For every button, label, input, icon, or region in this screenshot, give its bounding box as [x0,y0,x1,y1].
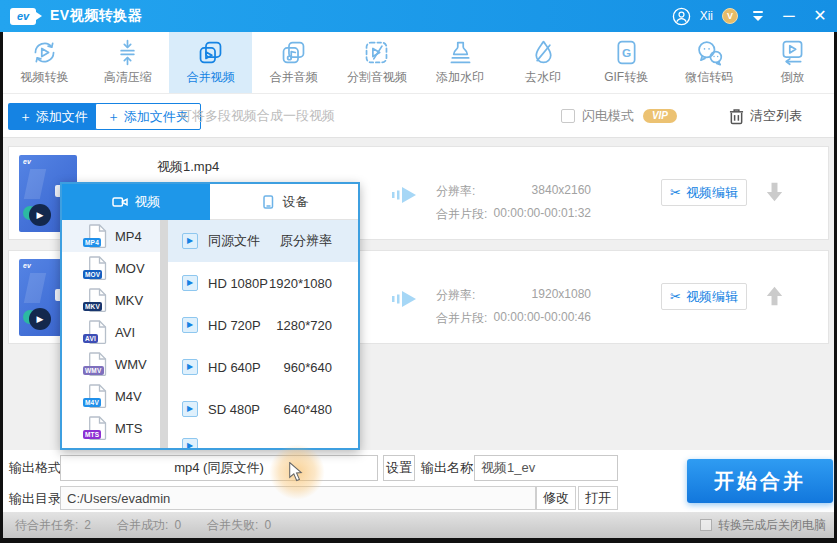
gif-file-icon: G [612,38,641,67]
format-item-mov[interactable]: MOV MOV [62,252,160,284]
file-type-icon: MKV [88,288,107,312]
add-file-button[interactable]: ＋ 添加文件 [8,103,99,130]
title-bar: ev EV视频转换器 Xii V ─ ✕ [0,0,837,32]
main-toolbar: 视频转换 高清压缩 合并视频 合并音频 [3,32,834,94]
tab-add-watermark[interactable]: 添加水印 [418,32,501,93]
resolution-item-640p[interactable]: ▶ HD 640P 960*640 [168,346,358,388]
file-type-icon: MTS [88,416,107,440]
play-badge-icon: ▶ [182,438,198,448]
tab-remove-watermark[interactable]: 去水印 [502,32,585,93]
resolution-item-source[interactable]: ▶ 同源文件 原分辨率 [168,220,358,262]
thumbnail-play-icon[interactable]: ▶ [29,204,51,226]
tab-video-convert[interactable]: 视频转换 [3,32,86,93]
file-type-icon: MOV [88,256,107,280]
segment-value: 00:00:00-00:00:46 [449,310,591,324]
action-bar: ＋ 添加文件 ＋ 添加文件夹 可将多段视频合成一段视频 闪电模式 VIP 清空列… [3,94,834,138]
video-edit-button[interactable]: ✂ 视频编辑 [661,179,747,206]
output-name-input[interactable] [474,455,618,481]
merge-failed-label: 合并失败: [207,517,258,534]
output-format-popup: 视频 设备 MP4 MP4 [60,182,360,450]
app-logo-icon: ev [10,8,36,25]
video-convert-icon [30,38,59,67]
merge-audio-icon [279,38,308,67]
file-type-icon: AVI [88,320,107,344]
format-item-m4v[interactable]: M4V M4V [62,380,160,412]
trash-icon[interactable] [729,108,744,125]
thumbnail-play-icon[interactable]: ▶ [29,308,51,330]
popup-tab-device[interactable]: 设备 [210,184,358,220]
username[interactable]: Xii [700,9,713,23]
format-item-avi[interactable]: AVI AVI [62,316,160,348]
video-edit-button[interactable]: ✂ 视频编辑 [661,283,747,310]
water-drop-slash-icon [529,38,558,67]
hd-compress-icon [113,38,142,67]
format-item-wmv[interactable]: WMV WMV [62,348,160,380]
resolution-item-partial[interactable]: ▶ [168,430,358,448]
tab-merge-audio[interactable]: 合并音频 [252,32,335,93]
menu-dropdown-icon[interactable] [751,10,765,22]
play-badge-icon: ▶ [182,275,198,291]
resolution-value: 1920x1080 [449,287,591,301]
modify-dir-button[interactable]: 修改 [536,486,576,510]
popup-tab-video[interactable]: 视频 [62,184,210,220]
tab-hd-compress[interactable]: 高清压缩 [86,32,169,93]
move-up-icon[interactable] [766,284,783,308]
merge-hint-text: 可将多段视频合成一段视频 [179,94,335,138]
tab-reverse-play[interactable]: 倒放 [751,32,834,93]
plus-icon: ＋ [107,109,120,124]
tab-wechat-transcode[interactable]: 微信转码 [668,32,751,93]
file-type-icon: M4V [88,384,107,408]
popup-scrollbar[interactable] [160,220,168,448]
settings-button[interactable]: 设置 [383,455,415,481]
tab-merge-video[interactable]: 合并视频 [169,32,252,93]
tab-split-av[interactable]: 分割音视频 [335,32,418,93]
minimize-button[interactable]: ─ [778,0,800,32]
vip-badge[interactable]: V [722,8,738,24]
device-icon [260,195,276,209]
flash-mode-label: 闪电模式 [582,107,634,125]
wechat-icon [695,38,724,67]
user-account-icon[interactable] [672,7,691,26]
app-window: ev EV视频转换器 Xii V ─ ✕ 视频转换 [0,0,837,543]
shutdown-after-checkbox[interactable] [700,519,712,531]
output-dir-label: 输出目录 [9,490,61,508]
play-badge-icon: ▶ [182,233,198,249]
svg-text:G: G [622,46,631,59]
format-item-mts[interactable]: MTS MTS [62,412,160,444]
reverse-play-icon [778,38,807,67]
scissors-icon: ✂ [670,185,681,200]
output-dir-field[interactable] [60,486,536,510]
start-merge-button[interactable]: 开始合并 [687,459,833,503]
merge-success-value: 0 [174,518,181,532]
output-format-label: 输出格式 [9,459,61,477]
move-down-icon[interactable] [766,180,783,204]
flash-mode-checkbox[interactable] [561,109,575,123]
format-item-mp4[interactable]: MP4 MP4 [62,220,160,252]
file-type-icon: MP4 [88,224,107,248]
status-bar: 待合并任务: 2 合并成功: 0 合并失败: 0 转换完成后关闭电脑 [3,512,834,538]
output-settings: 输出格式 设置 输出名称 输出目录 修改 打开 开始合并 [3,450,834,512]
split-av-icon [362,38,391,67]
tab-gif-convert[interactable]: G GIF转换 [585,32,668,93]
play-badge-icon: ▶ [182,359,198,375]
resolution-item-480p[interactable]: ▶ SD 480P 640*480 [168,388,358,430]
clear-list-button[interactable]: 清空列表 [750,107,802,125]
app-title: EV视频转换器 [50,7,142,25]
plus-icon: ＋ [19,109,32,124]
open-dir-button[interactable]: 打开 [578,486,618,510]
resolution-item-720p[interactable]: ▶ HD 720P 1280*720 [168,304,358,346]
output-format-input[interactable] [60,455,378,481]
close-button[interactable]: ✕ [809,0,831,32]
format-list: MP4 MP4 MOV MOV MKV MKV [62,220,160,448]
file-type-icon: WMV [88,352,107,376]
resolution-list: ▶ 同源文件 原分辨率 ▶ HD 1080P 1920*1080 ▶ HD 72… [168,220,358,448]
resolution-item-1080p[interactable]: ▶ HD 1080P 1920*1080 [168,262,358,304]
camera-icon [112,195,128,209]
merge-failed-value: 0 [264,518,271,532]
format-item-mkv[interactable]: MKV MKV [62,284,160,316]
merge-success-label: 合并成功: [117,517,168,534]
file-name: 视频1.mp4 [157,158,219,176]
play-badge-icon: ▶ [182,401,198,417]
resolution-value: 3840x2160 [449,183,591,197]
pending-tasks-label: 待合并任务: [15,517,78,534]
